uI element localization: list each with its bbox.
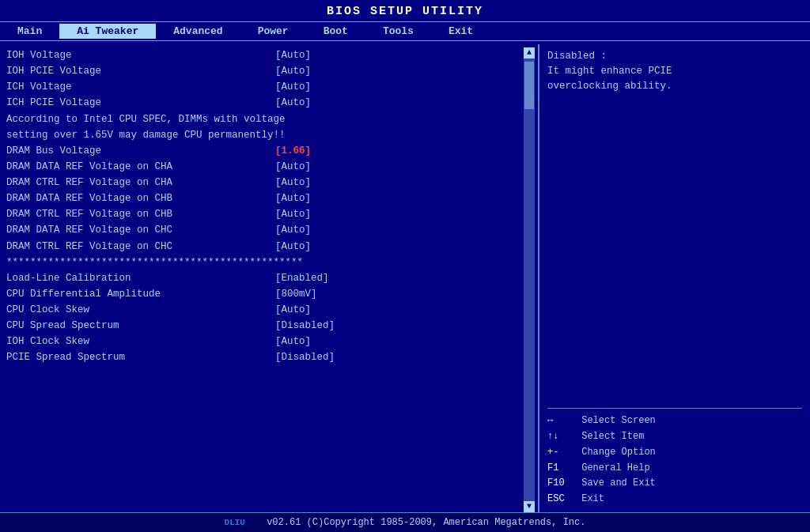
list-item[interactable]: DRAM DATA REF Voltage on CHA [Auto] xyxy=(6,159,520,175)
key-desc-4: Save and Exit xyxy=(581,477,656,489)
right-panel: Disabled : It might enhance PCIE overclo… xyxy=(538,44,810,512)
setting-label: PCIE Spread Spectrum xyxy=(6,350,275,364)
help-text: Disabled : It might enhance PCIE overclo… xyxy=(547,49,802,403)
key-label-5: ESC xyxy=(547,492,576,507)
separator: ****************************************… xyxy=(6,255,520,270)
menu-ai-tweaker[interactable]: Ai Tweaker xyxy=(59,24,156,39)
key-help-row-4: F10 Save and Exit xyxy=(547,476,802,492)
brand-logo: DLIU xyxy=(225,518,245,527)
setting-value: [Disabled] xyxy=(275,350,335,364)
list-item[interactable]: DRAM CTRL REF Voltage on CHB [Auto] xyxy=(6,206,520,222)
scrollbar[interactable]: ▲ ▼ xyxy=(524,47,535,512)
list-item[interactable]: ICH PCIE Voltage [Auto] xyxy=(6,95,520,111)
setting-label: DRAM DATA REF Voltage on CHA xyxy=(6,160,275,174)
menu-power[interactable]: Power xyxy=(240,24,306,39)
setting-label: DRAM DATA REF Voltage on CHB xyxy=(6,191,275,206)
warning-line2: setting over 1.65V may damage CPU perman… xyxy=(6,127,520,143)
key-help-row-2: +- Change Option xyxy=(547,445,802,461)
key-label-2: +- xyxy=(547,445,576,461)
list-item[interactable]: DRAM Bus Voltage [1.66] xyxy=(6,143,520,159)
menu-main[interactable]: Main xyxy=(0,24,59,39)
bios-screen: BIOS SETUP UTILITY Main Ai Tweaker Advan… xyxy=(0,0,810,532)
list-item[interactable]: CPU Clock Skew [Auto] xyxy=(6,302,520,318)
setting-value: [Auto] xyxy=(275,240,311,254)
list-item[interactable]: DRAM DATA REF Voltage on CHB [Auto] xyxy=(6,191,520,206)
key-desc-2: Change Option xyxy=(581,447,656,458)
warning-line1: According to Intel CPU SPEC, DIMMs with … xyxy=(6,111,520,127)
setting-label: ICH PCIE Voltage xyxy=(6,96,275,110)
setting-label: DRAM CTRL REF Voltage on CHA xyxy=(6,175,275,190)
help-line3: overclocking ability. xyxy=(547,79,802,94)
setting-value: [Disabled] xyxy=(275,319,335,333)
help-line1: Disabled : xyxy=(547,49,802,64)
scrollbar-down-arrow[interactable]: ▼ xyxy=(524,501,535,512)
setting-value: [Auto] xyxy=(275,175,311,190)
setting-value: [Auto] xyxy=(275,191,311,206)
divider xyxy=(547,408,802,409)
key-label-3: F1 xyxy=(547,461,576,477)
setting-value-red: [1.66] xyxy=(275,144,311,158)
setting-value: [Auto] xyxy=(275,48,311,62)
menu-exit[interactable]: Exit xyxy=(431,24,490,39)
setting-label: CPU Clock Skew xyxy=(6,303,275,317)
scrollbar-thumb[interactable] xyxy=(524,62,534,109)
setting-label: DRAM DATA REF Voltage on CHC xyxy=(6,223,275,237)
setting-value: [Enabled] xyxy=(275,271,329,285)
setting-value: [800mV] xyxy=(275,287,317,301)
scrollbar-track xyxy=(524,58,535,501)
setting-label: CPU Differential Amplitude xyxy=(6,287,275,301)
footer-copyright: v02.61 (C)Copyright 1985-2009, American … xyxy=(267,517,585,528)
setting-label: DRAM CTRL REF Voltage on CHC xyxy=(6,240,275,254)
main-panel: IOH Voltage [Auto] IOH PCIE Voltage [Aut… xyxy=(0,44,538,512)
settings-list: IOH Voltage [Auto] IOH PCIE Voltage [Aut… xyxy=(6,47,520,512)
list-item[interactable]: IOH PCIE Voltage [Auto] xyxy=(6,63,520,79)
key-help-row-5: ESC Exit xyxy=(547,492,802,507)
key-desc-3: General Help xyxy=(581,462,649,474)
menu-tools[interactable]: Tools xyxy=(365,24,431,39)
setting-value: [Auto] xyxy=(275,223,311,237)
setting-value: [Auto] xyxy=(275,80,311,94)
list-item[interactable]: PCIE Spread Spectrum [Disabled] xyxy=(6,349,520,365)
setting-value: [Auto] xyxy=(275,303,311,317)
setting-label: DRAM CTRL REF Voltage on CHB xyxy=(6,207,275,221)
list-item[interactable]: IOH Clock Skew [Auto] xyxy=(6,334,520,349)
setting-label: IOH PCIE Voltage xyxy=(6,64,275,78)
key-help-row-1: ↑↓ Select Item xyxy=(547,429,802,445)
setting-value: [Auto] xyxy=(275,64,311,78)
key-help: ↔ Select Screen ↑↓ Select Item +- Change… xyxy=(547,413,802,507)
help-line2: It might enhance PCIE xyxy=(547,64,802,79)
list-item[interactable]: IOH Voltage [Auto] xyxy=(6,47,520,63)
key-label-1: ↑↓ xyxy=(547,429,576,445)
key-help-row-3: F1 General Help xyxy=(547,461,802,477)
setting-value: [Auto] xyxy=(275,207,311,221)
setting-label: IOH Clock Skew xyxy=(6,334,275,349)
setting-label: ICH Voltage xyxy=(6,80,275,94)
setting-value: [Auto] xyxy=(275,160,311,174)
bios-title: BIOS SETUP UTILITY xyxy=(0,0,810,21)
content-area: IOH Voltage [Auto] IOH PCIE Voltage [Aut… xyxy=(0,41,810,512)
menu-bar: Main Ai Tweaker Advanced Power Boot Tool… xyxy=(0,21,810,41)
setting-label: CPU Spread Spectrum xyxy=(6,319,275,333)
list-item[interactable]: CPU Spread Spectrum [Disabled] xyxy=(6,318,520,334)
setting-value: [Auto] xyxy=(275,96,311,110)
list-item[interactable]: ICH Voltage [Auto] xyxy=(6,79,520,95)
list-item[interactable]: DRAM CTRL REF Voltage on CHA [Auto] xyxy=(6,175,520,191)
key-desc-0: Select Screen xyxy=(581,415,656,426)
key-label-4: F10 xyxy=(547,476,576,492)
key-help-row-0: ↔ Select Screen xyxy=(547,413,802,429)
menu-advanced[interactable]: Advanced xyxy=(156,24,240,39)
key-desc-5: Exit xyxy=(581,493,604,504)
list-item[interactable]: DRAM CTRL REF Voltage on CHC [Auto] xyxy=(6,239,520,255)
setting-label: IOH Voltage xyxy=(6,48,275,62)
list-item[interactable]: DRAM DATA REF Voltage on CHC [Auto] xyxy=(6,222,520,238)
footer: DLIU v02.61 (C)Copyright 1985-2009, Amer… xyxy=(0,512,810,532)
key-desc-1: Select Item xyxy=(581,431,644,442)
list-item[interactable]: Load-Line Calibration [Enabled] xyxy=(6,270,520,286)
scrollbar-up-arrow[interactable]: ▲ xyxy=(524,47,535,58)
key-label-0: ↔ xyxy=(547,413,576,429)
menu-boot[interactable]: Boot xyxy=(306,24,365,39)
setting-label: DRAM Bus Voltage xyxy=(6,144,275,158)
setting-label: Load-Line Calibration xyxy=(6,271,275,285)
list-item[interactable]: CPU Differential Amplitude [800mV] xyxy=(6,286,520,302)
setting-value: [Auto] xyxy=(275,334,311,349)
